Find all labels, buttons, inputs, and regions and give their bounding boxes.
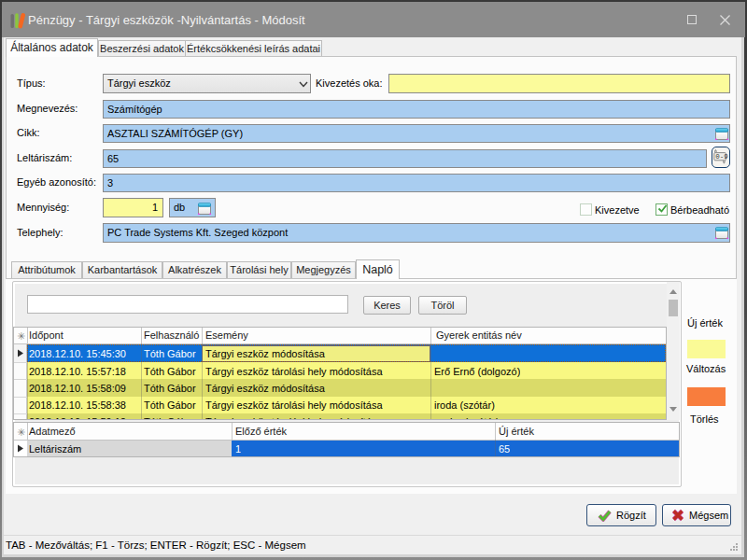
svg-text:0-9: 0-9 <box>715 153 728 161</box>
